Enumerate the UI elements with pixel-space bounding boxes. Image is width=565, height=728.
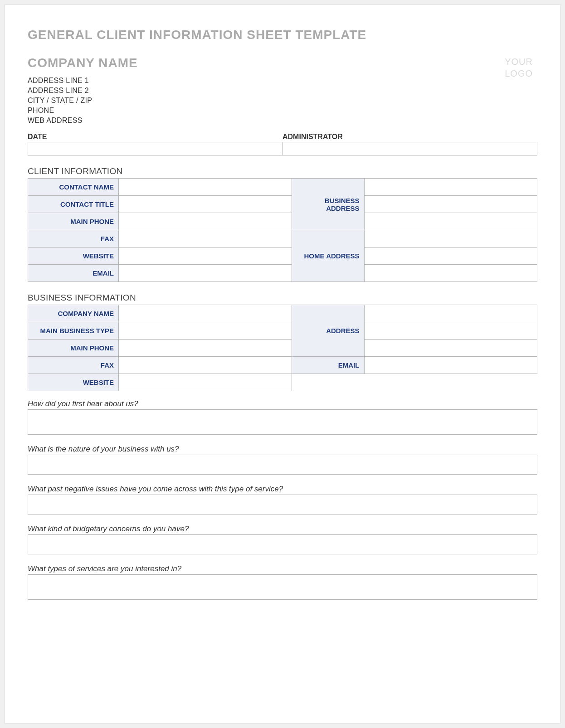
client-info-table: CONTACT NAME BUSINESS ADDRESS CONTACT TI… [28, 178, 537, 282]
contact-name-input[interactable] [123, 180, 287, 194]
question-1: How did you first hear about us? [28, 399, 537, 408]
biz-email-input[interactable] [369, 359, 533, 372]
biz-address-1-input[interactable] [369, 307, 533, 320]
biz-fax-label: FAX [28, 357, 119, 374]
table-row: WEBSITE [28, 248, 537, 265]
answer-4-input[interactable] [28, 534, 537, 554]
home-address-1-input[interactable] [369, 232, 533, 245]
client-main-phone-label: MAIN PHONE [28, 213, 119, 230]
table-row: MAIN PHONE [28, 340, 537, 357]
table-row: CONTACT NAME BUSINESS ADDRESS [28, 179, 537, 196]
table-row: CONTACT TITLE [28, 196, 537, 213]
business-address-1-input[interactable] [369, 180, 533, 194]
table-row: FAX EMAIL [28, 357, 537, 374]
biz-website-input[interactable] [123, 376, 287, 389]
answer-5-input[interactable] [28, 574, 537, 600]
client-website-label: WEBSITE [28, 248, 119, 265]
question-5: What types of services are you intereste… [28, 564, 537, 573]
table-row: MAIN PHONE [28, 213, 537, 230]
table-row: MAIN BUSINESS TYPE [28, 322, 537, 340]
question-4: What kind of budgetary concerns do you h… [28, 524, 537, 534]
table-row: EMAIL [28, 265, 537, 282]
home-address-label: HOME ADDRESS [292, 230, 364, 282]
table-row: FAX HOME ADDRESS [28, 230, 537, 248]
table-row: WEBSITE [28, 374, 537, 391]
biz-address-label: ADDRESS [292, 305, 364, 357]
date-column: DATE [28, 133, 282, 155]
date-admin-row: DATE ADMINISTRATOR [28, 133, 537, 155]
administrator-input[interactable] [282, 142, 537, 155]
document-page: GENERAL CLIENT INFORMATION SHEET TEMPLAT… [5, 5, 560, 723]
date-label: DATE [28, 133, 282, 141]
home-address-2-input[interactable] [369, 249, 533, 262]
company-block: COMPANY NAME ADDRESS LINE 1 ADDRESS LINE… [28, 56, 138, 126]
biz-type-input[interactable] [123, 324, 287, 337]
question-3: What past negative issues have you come … [28, 485, 537, 494]
biz-company-name-label: COMPANY NAME [28, 305, 119, 322]
biz-fax-input[interactable] [123, 359, 287, 372]
company-phone: PHONE [28, 107, 138, 115]
client-website-input[interactable] [123, 249, 287, 262]
client-main-phone-input[interactable] [123, 215, 287, 228]
company-web: WEB ADDRESS [28, 116, 138, 125]
client-fax-label: FAX [28, 230, 119, 248]
biz-website-label: WEBSITE [28, 374, 119, 391]
biz-email-label: EMAIL [292, 357, 364, 374]
biz-address-3-input[interactable] [369, 341, 533, 354]
client-info-section-title: CLIENT INFORMATION [28, 166, 537, 176]
biz-type-label: MAIN BUSINESS TYPE [28, 322, 119, 340]
table-row: COMPANY NAME ADDRESS [28, 305, 537, 322]
business-info-table: COMPANY NAME ADDRESS MAIN BUSINESS TYPE … [28, 305, 537, 391]
company-city-state-zip: CITY / STATE / ZIP [28, 97, 138, 105]
date-input[interactable] [28, 142, 282, 155]
logo-line-2: LOGO [505, 68, 533, 79]
client-fax-input[interactable] [123, 232, 287, 245]
client-email-label: EMAIL [28, 265, 119, 282]
client-email-input[interactable] [123, 267, 287, 280]
document-title: GENERAL CLIENT INFORMATION SHEET TEMPLAT… [28, 28, 537, 42]
contact-title-input[interactable] [123, 198, 287, 211]
answer-2-input[interactable] [28, 455, 537, 475]
question-2: What is the nature of your business with… [28, 445, 537, 454]
biz-company-name-input[interactable] [123, 307, 287, 320]
header-row: COMPANY NAME ADDRESS LINE 1 ADDRESS LINE… [28, 56, 537, 126]
business-address-2-input[interactable] [369, 198, 533, 211]
answer-3-input[interactable] [28, 495, 537, 514]
company-address-1: ADDRESS LINE 1 [28, 77, 138, 85]
business-address-3-input[interactable] [369, 215, 533, 228]
company-address-2: ADDRESS LINE 2 [28, 87, 138, 95]
biz-address-2-input[interactable] [369, 324, 533, 337]
biz-main-phone-input[interactable] [123, 341, 287, 354]
administrator-column: ADMINISTRATOR [282, 133, 537, 155]
business-info-section-title: BUSINESS INFORMATION [28, 293, 537, 303]
contact-title-label: CONTACT TITLE [28, 196, 119, 213]
contact-name-label: CONTACT NAME [28, 179, 119, 196]
logo-placeholder: YOUR LOGO [505, 56, 537, 79]
biz-main-phone-label: MAIN PHONE [28, 340, 119, 357]
logo-line-1: YOUR [505, 56, 533, 68]
answer-1-input[interactable] [28, 409, 537, 435]
administrator-label: ADMINISTRATOR [282, 133, 537, 141]
company-name: COMPANY NAME [28, 56, 138, 70]
business-address-label: BUSINESS ADDRESS [292, 179, 364, 230]
home-address-3-input[interactable] [369, 267, 533, 280]
